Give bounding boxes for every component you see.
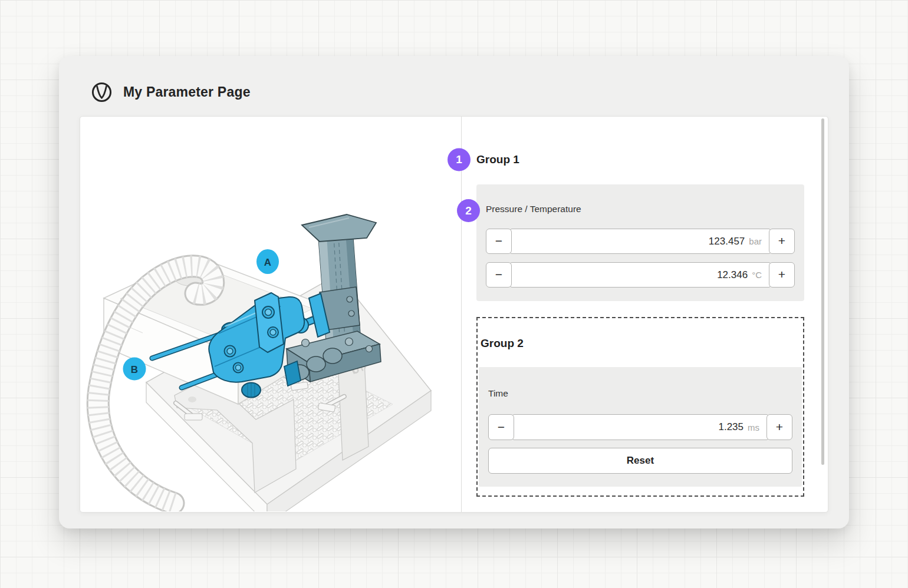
hotspot-marker-b[interactable]: B xyxy=(123,358,146,381)
temperature-input[interactable]: 12.346 °C xyxy=(510,262,771,288)
temperature-unit: °C xyxy=(752,270,762,280)
time-stepper: − 1.235 ms + xyxy=(488,414,792,440)
parameters-panel: 1 Group 1 2 Pressure / Temperature − 123… xyxy=(462,117,828,512)
group2-header: Group 2 xyxy=(481,333,802,353)
scrollbar-thumb[interactable] xyxy=(821,118,824,465)
time-unit: ms xyxy=(748,422,759,432)
group1-title: Group 1 xyxy=(476,153,519,166)
card-label: Pressure / Temperature xyxy=(486,204,795,214)
marker-a-label: A xyxy=(264,257,271,268)
annotation-badge-2: 2 xyxy=(457,199,480,222)
pressure-value: 123.457 xyxy=(709,236,745,247)
time-card: Time − 1.235 ms + Reset xyxy=(479,367,802,487)
group2-title: Group 2 xyxy=(481,337,524,350)
group2-container: Group 2 Time − 1.235 ms + Reset xyxy=(476,317,804,497)
pressure-decrement-button[interactable]: − xyxy=(486,229,512,254)
app-window: My Parameter Page xyxy=(59,56,849,528)
app-header: My Parameter Page xyxy=(91,80,251,104)
group1-header: 1 Group 1 xyxy=(476,150,804,169)
content-panel: A B 1 Group 1 2 Pressure / Temperature − xyxy=(80,116,828,513)
time-increment-button[interactable]: + xyxy=(766,414,792,440)
reset-button[interactable]: Reset xyxy=(488,448,792,474)
illustration-panel: A B xyxy=(80,117,462,512)
page-title: My Parameter Page xyxy=(123,84,251,100)
pressure-temperature-card: 2 Pressure / Temperature − 123.457 bar +… xyxy=(476,184,804,301)
marker-b-label: B xyxy=(131,364,138,375)
machine-illustration: A B xyxy=(86,210,440,511)
time-decrement-button[interactable]: − xyxy=(488,414,514,440)
pressure-increment-button[interactable]: + xyxy=(769,229,795,254)
annotation-badge-1: 1 xyxy=(448,148,471,171)
time-value: 1.235 xyxy=(718,421,743,433)
hotspot-marker-a[interactable]: A xyxy=(256,249,279,274)
pressure-unit: bar xyxy=(749,236,762,246)
app-logo-icon xyxy=(91,81,113,103)
temperature-value: 12.346 xyxy=(717,269,748,281)
temperature-stepper: − 12.346 °C + xyxy=(486,262,795,288)
temperature-decrement-button[interactable]: − xyxy=(486,262,512,288)
temperature-increment-button[interactable]: + xyxy=(769,262,795,288)
time-input[interactable]: 1.235 ms xyxy=(512,414,768,440)
pressure-input[interactable]: 123.457 bar xyxy=(510,229,771,254)
card-label: Time xyxy=(488,388,792,399)
pressure-stepper: − 123.457 bar + xyxy=(486,229,795,254)
